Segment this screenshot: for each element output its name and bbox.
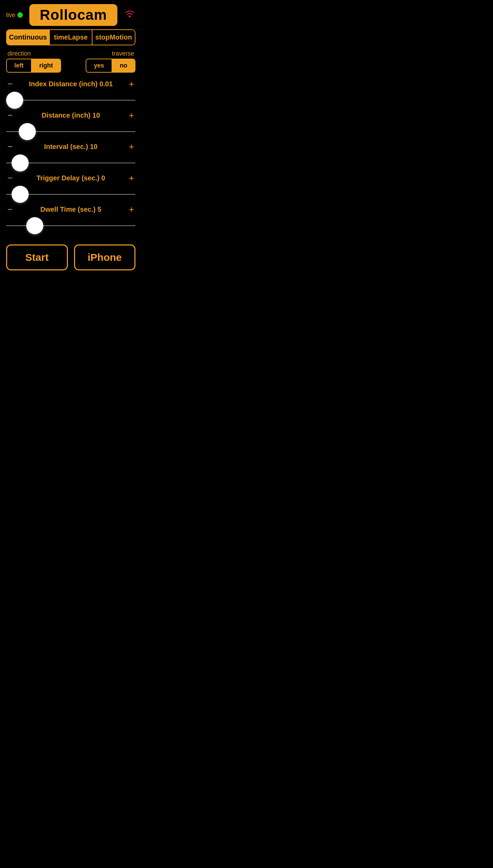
- interval-header: − Interval (sec.) 10 +: [6, 142, 135, 151]
- trigger-delay-minus[interactable]: −: [6, 174, 14, 182]
- distance-thumb[interactable]: [19, 123, 36, 140]
- index-distance-plus[interactable]: +: [128, 79, 135, 88]
- distance-slider-group: − Distance (inch) 10 +: [6, 111, 135, 141]
- index-distance-header: − Index Distance (inch) 0.01 +: [6, 79, 135, 88]
- start-button[interactable]: Start: [6, 244, 68, 270]
- traverse-btn-group: yes no: [86, 59, 135, 73]
- app-container: live Rollocam Continuous timeLapse stopM…: [0, 0, 142, 307]
- direction-label: direction: [6, 50, 61, 57]
- distance-plus[interactable]: +: [128, 111, 135, 120]
- trigger-delay-track-line: [6, 194, 135, 195]
- tab-continuous[interactable]: Continuous: [7, 30, 50, 45]
- distance-label: Distance (inch) 10: [14, 111, 128, 119]
- dwell-time-label: Dwell Time (sec.) 5: [14, 206, 128, 213]
- dwell-time-header: − Dwell Time (sec.) 5 +: [6, 205, 135, 214]
- distance-header: − Distance (inch) 10 +: [6, 111, 135, 120]
- interval-thumb[interactable]: [12, 154, 29, 171]
- trigger-delay-slider-group: − Trigger Delay (sec.) 0 +: [6, 174, 135, 204]
- app-title: Rollocam: [40, 7, 107, 23]
- header: live Rollocam: [6, 4, 135, 26]
- trigger-delay-thumb[interactable]: [12, 186, 29, 203]
- trigger-delay-label: Trigger Delay (sec.) 0: [14, 174, 128, 182]
- trigger-delay-plus[interactable]: +: [128, 174, 135, 182]
- index-distance-track-line: [6, 100, 135, 101]
- svg-point-0: [129, 15, 131, 17]
- direction-btn-group: left right: [6, 59, 61, 73]
- index-distance-track[interactable]: [6, 91, 135, 109]
- traverse-yes-btn[interactable]: yes: [86, 59, 112, 72]
- live-indicator: live: [6, 12, 23, 19]
- traverse-label: traverse: [86, 50, 135, 57]
- index-distance-label: Index Distance (inch) 0.01: [14, 80, 128, 88]
- interval-track-line: [6, 163, 135, 163]
- tab-timelapse[interactable]: timeLapse: [50, 30, 93, 45]
- distance-minus[interactable]: −: [6, 111, 14, 120]
- direction-group: direction left right: [6, 50, 61, 73]
- bottom-buttons: Start iPhone: [6, 244, 135, 270]
- live-label: live: [6, 12, 15, 19]
- dwell-time-slider-group: − Dwell Time (sec.) 5 +: [6, 205, 135, 235]
- controls-row: direction left right traverse yes no: [6, 50, 135, 73]
- iphone-button[interactable]: iPhone: [74, 244, 136, 270]
- dwell-time-track-line: [6, 225, 135, 226]
- interval-plus[interactable]: +: [128, 142, 135, 151]
- interval-label: Interval (sec.) 10: [14, 143, 128, 151]
- title-box: Rollocam: [29, 4, 117, 26]
- interval-minus[interactable]: −: [6, 142, 14, 151]
- live-dot: [17, 12, 23, 18]
- traverse-no-btn[interactable]: no: [112, 59, 135, 72]
- direction-left-btn[interactable]: left: [7, 59, 32, 72]
- dwell-time-thumb[interactable]: [26, 217, 43, 234]
- mode-tabs: Continuous timeLapse stopMotion: [6, 29, 135, 45]
- index-distance-slider-group: − Index Distance (inch) 0.01 +: [6, 79, 135, 109]
- interval-slider-group: − Interval (sec.) 10 +: [6, 142, 135, 172]
- index-distance-minus[interactable]: −: [6, 79, 14, 88]
- traverse-group: traverse yes no: [86, 50, 135, 73]
- direction-right-btn[interactable]: right: [32, 59, 60, 72]
- distance-track-line: [6, 131, 135, 132]
- dwell-time-plus[interactable]: +: [128, 205, 135, 214]
- dwell-time-track[interactable]: [6, 216, 135, 235]
- dwell-time-minus[interactable]: −: [6, 205, 14, 214]
- sliders-section: − Index Distance (inch) 0.01 + − Distanc…: [6, 79, 135, 236]
- trigger-delay-header: − Trigger Delay (sec.) 0 +: [6, 174, 135, 182]
- tab-stopmotion[interactable]: stopMotion: [92, 30, 135, 45]
- index-distance-thumb[interactable]: [6, 92, 23, 109]
- interval-track[interactable]: [6, 154, 135, 172]
- trigger-delay-track[interactable]: [6, 185, 135, 204]
- wifi-icon: [124, 8, 135, 22]
- distance-track[interactable]: [6, 122, 135, 141]
